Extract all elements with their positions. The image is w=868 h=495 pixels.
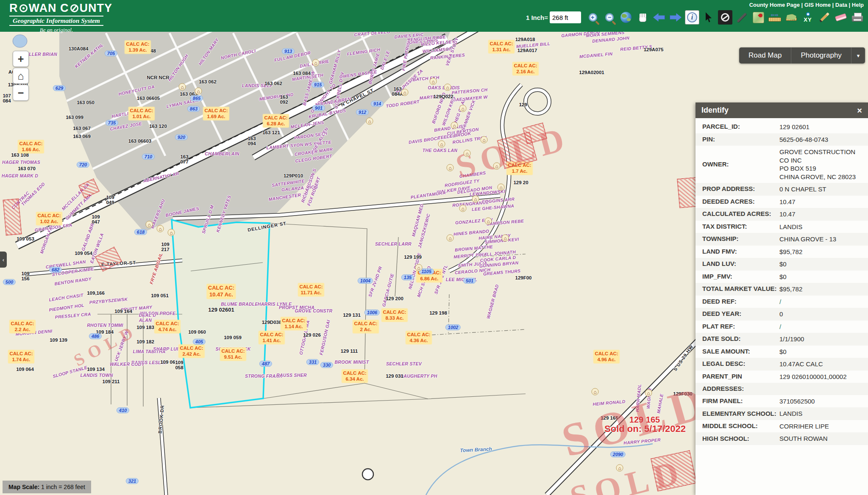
owner-name-label: MAKERS AHU <box>150 199 166 230</box>
calc-acreage-label: CALC AC: 9.51 Ac. <box>220 348 246 361</box>
owner-name-label: THE OAKS LAN <box>423 148 457 153</box>
calc-acreage-label: CALC AC: 2 Ac. <box>353 320 378 333</box>
parcel-id-label: 129 20 <box>513 180 528 185</box>
address-number-badge: 1105 <box>419 268 434 274</box>
owner-name-label: LEWANDOWSKI <box>469 188 505 196</box>
identify-field-value[interactable]: / <box>779 298 861 306</box>
parcel-id-label: 130A084 <box>69 46 89 51</box>
toolbar: 1 Inch= i⇦⇨XY <box>526 10 865 25</box>
parcel-id-label: 129A020 <box>517 64 537 69</box>
map-zoom-in-button[interactable]: + <box>13 51 29 67</box>
owner-name-label: KENNEDY YATES <box>215 195 232 233</box>
map-home-button[interactable]: ⌂ <box>13 68 29 84</box>
calc-acreage-label: CALC AC: 1.74 Ac. <box>8 350 34 363</box>
identify-field-value[interactable]: / <box>779 323 861 331</box>
previous-extent-icon[interactable] <box>652 10 666 25</box>
house-icon: ⌂ <box>502 235 509 242</box>
draw-pencil-icon[interactable] <box>817 10 832 25</box>
pan-hand-icon[interactable] <box>635 10 650 25</box>
identify-field-label: DEED YEAR: <box>702 310 779 318</box>
address-number-badge: 720 <box>77 162 89 168</box>
select-cursor-icon[interactable] <box>701 10 716 25</box>
street-name-label: N CHAPEL ST <box>340 88 374 107</box>
identify-field-value: GROVE CONSTRUCTION CO INC PO BOX 519 CHI… <box>779 148 861 181</box>
owner-name-label: MARTIN SETH <box>292 72 324 82</box>
scale-input[interactable] <box>550 11 581 23</box>
zoom-out-icon[interactable] <box>602 10 617 25</box>
zoom-in-icon[interactable] <box>586 10 600 25</box>
header-link-county-home-page[interactable]: County Home Page <box>749 2 800 8</box>
owner-name-label: LANDIS TOWN <box>80 373 113 378</box>
parcel-id-label: 163 077 <box>180 154 188 164</box>
map-zoom-out-button[interactable]: − <box>13 85 29 101</box>
identify-field-value: $0 <box>779 273 861 281</box>
owner-name-label: WAGNER <box>645 388 652 409</box>
owner-name-label: MIRANDA BREN <box>315 96 351 108</box>
owner-name-label: CHAMBERS <box>459 170 486 179</box>
eraser-icon[interactable] <box>834 10 848 25</box>
locate-map-pin-icon[interactable] <box>751 10 765 25</box>
identify-field-value: 5625-06-48-0743 <box>779 136 861 144</box>
next-extent-icon[interactable] <box>668 10 683 25</box>
sold-parcel-hatch <box>78 178 100 199</box>
identify-panel: Identify × PARCEL_ID:129 02601PIN:5625-0… <box>696 102 868 495</box>
full-extent-globe-icon[interactable] <box>619 10 633 25</box>
owner-name-label: MORGAN FARIO <box>39 218 56 254</box>
identify-close-icon[interactable]: × <box>857 106 862 115</box>
parcel-id-label: 129D038 <box>262 320 282 325</box>
header-link-help[interactable]: Help <box>852 2 864 8</box>
identify-field-label: ADDRESSES: <box>702 385 779 393</box>
measure-line-icon[interactable] <box>734 10 749 25</box>
identify-field-value: 3710562500 <box>779 397 861 406</box>
owner-name-label: GUMMETT AMA <box>64 192 92 221</box>
parcel-id-label: 109 049 <box>106 195 114 205</box>
identify-field-label: LAND LUV: <box>702 260 779 268</box>
identify-field-label: DATE SOLD: <box>702 335 779 343</box>
parcel-id-label: 163 068 <box>26 142 44 147</box>
house-icon: ⌂ <box>444 84 451 91</box>
parcel-id-label: 129 026 <box>303 332 321 337</box>
identify-info-icon[interactable]: i <box>685 10 699 25</box>
owner-name-label: BENTON RANDY <box>54 276 92 286</box>
owner-name-label: SATTERWHITE <box>271 178 305 188</box>
owner-name-label: MERRITT PATR <box>453 252 488 260</box>
sold-stamp: SOLD <box>556 375 716 468</box>
owner-name-label: GUNNING BRYAN <box>479 260 518 268</box>
owner-name-label: RANKIN TERES <box>430 52 465 60</box>
house-icon: ⌂ <box>312 59 320 66</box>
measure-area-icon[interactable] <box>784 10 798 25</box>
parcel-id-label: 163 063 <box>180 91 198 97</box>
measure-distance-icon[interactable]: ⇦⇨ <box>768 10 782 25</box>
calc-acreage-label: CALC AC: 1.41 Ac. <box>259 331 284 344</box>
calc-acreage-label: CALC AC: 1.69 Ac. <box>203 107 229 120</box>
identify-row: LAND LUV:$0 <box>696 258 868 271</box>
owner-name-label: HAGER MARK D <box>2 173 38 178</box>
owner-name-label: DENNARD JOHN <box>592 35 630 44</box>
owner-name-label: EATON WILLA <box>89 232 104 264</box>
owner-name-label: SORROW JACK <box>215 346 250 351</box>
identify-field-value: $95,782 <box>779 248 861 256</box>
print-icon[interactable] <box>850 10 865 25</box>
owner-name-label: LANDIS SELF <box>242 83 273 88</box>
identify-row: MIDDLE SCHOOL:CORRIHER LIPE <box>696 420 868 433</box>
sidebar-collapse-tab[interactable]: ‹ <box>0 252 7 268</box>
parcel-id-label: NCR NCR <box>147 75 169 80</box>
header-link-gis-home[interactable]: GIS Home <box>804 2 831 8</box>
calc-acreage-label: CALC AC: 2.2 Ac. <box>9 320 35 333</box>
parcel-id-label: 129 198 <box>429 310 447 315</box>
identify-panel-title: Identify <box>701 106 857 115</box>
address-number-badge: 710 <box>142 154 155 160</box>
parcel-id-label: 163 099 <box>66 115 83 120</box>
logo-tagline: Be an original. <box>9 27 103 33</box>
xy-coordinates-icon[interactable]: XY <box>801 10 815 25</box>
header-link-data[interactable]: Data <box>835 2 847 8</box>
basemap-road-map-button[interactable]: Road Map <box>739 47 791 64</box>
basemap-dropdown-caret[interactable]: ▾ <box>851 47 865 64</box>
clear-graphics-icon[interactable] <box>718 10 732 25</box>
basemap-photography-button[interactable]: Photography <box>791 47 851 64</box>
parcel-id-label: 109 054 <box>75 251 92 256</box>
calc-acreage-label: CALC AC: 6.86 Ac. <box>416 269 442 282</box>
owner-name-label: PROPST MICHA <box>279 305 314 310</box>
sold-parcel-hatch <box>523 122 548 144</box>
identify-field-value: LANDIS <box>779 223 861 231</box>
